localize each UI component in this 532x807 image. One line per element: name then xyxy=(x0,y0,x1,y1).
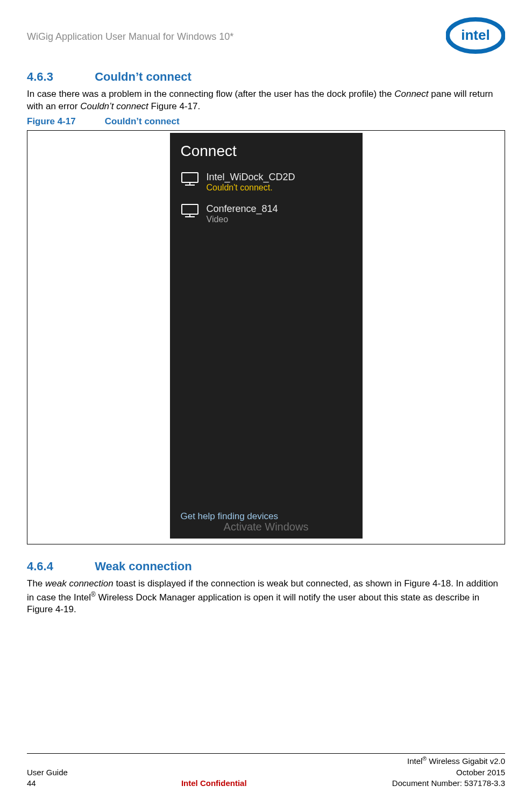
device-name: Intel_WiDock_CD2D xyxy=(207,172,352,183)
svg-rect-2 xyxy=(182,173,198,182)
monitor-icon xyxy=(181,172,199,189)
intel-logo-icon: intel xyxy=(446,16,505,55)
footer-user-guide-label: User Guide xyxy=(27,767,68,778)
figure-container: Connect Intel_WiDock_CD2D Couldn't conne… xyxy=(27,130,505,544)
page-footer: Intel® Wireless Gigabit v2.0 User Guide … xyxy=(27,753,505,789)
svg-text:intel: intel xyxy=(461,27,490,43)
footer-rule xyxy=(27,753,505,754)
device-text: Conference_814 Video xyxy=(207,203,352,224)
connect-pane-title: Connect xyxy=(170,133,363,167)
device-subtype: Video xyxy=(207,215,352,224)
help-finding-devices-link[interactable]: Get help finding devices xyxy=(181,511,352,522)
section-heading-464: 4.6.4 Weak connection xyxy=(27,560,505,574)
footer-document-number: Document Number: 537178-3.3 xyxy=(392,778,505,789)
activate-windows-watermark: Activate Windows xyxy=(181,521,352,533)
section-number: 4.6.3 xyxy=(27,70,91,84)
figure-caption-417: Figure 4-17 Couldn’t connect xyxy=(27,116,505,127)
figure-number: Figure 4-17 xyxy=(27,116,102,127)
page-header: WiGig Application User Manual for Window… xyxy=(27,16,505,55)
section-heading-463: 4.6.3 Couldn’t connect xyxy=(27,70,505,84)
device-text: Intel_WiDock_CD2D Couldn't connect. xyxy=(207,172,352,193)
footer-page-number: 44 xyxy=(27,778,36,789)
device-error-status: Couldn't connect. xyxy=(207,183,352,193)
device-item-widock[interactable]: Intel_WiDock_CD2D Couldn't connect. xyxy=(170,167,363,199)
footer-product-name: Intel® Wireless Gigabit v2.0 xyxy=(407,755,505,767)
section-title: Weak connection xyxy=(95,560,192,573)
section-number: 4.6.4 xyxy=(27,560,91,574)
document-page: WiGig Application User Manual for Window… xyxy=(0,0,532,807)
footer-date: October 2015 xyxy=(456,767,505,778)
device-name: Conference_814 xyxy=(207,203,352,215)
device-item-conference[interactable]: Conference_814 Video xyxy=(170,199,363,231)
connect-pane-screenshot: Connect Intel_WiDock_CD2D Couldn't conne… xyxy=(170,133,363,539)
section-464-paragraph: The weak connection toast is displayed i… xyxy=(27,578,505,616)
svg-rect-5 xyxy=(182,204,198,214)
footer-confidential-label: Intel Confidential xyxy=(181,778,247,789)
figure-title: Couldn’t connect xyxy=(105,116,180,126)
connect-pane-footer: Get help finding devices Activate Window… xyxy=(170,511,363,533)
section-463-paragraph: In case there was a problem in the conne… xyxy=(27,88,505,113)
monitor-icon xyxy=(181,203,199,221)
document-title: WiGig Application User Manual for Window… xyxy=(27,31,233,43)
section-title: Couldn’t connect xyxy=(95,70,191,83)
